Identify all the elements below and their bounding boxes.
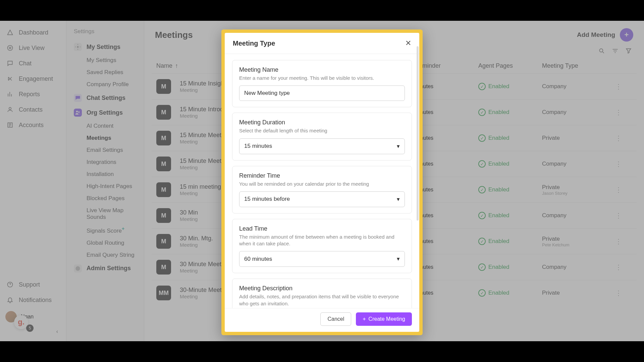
lead-time-select[interactable]: 60 minutes ▾ [239,251,405,267]
modal-title: Meeting Type [233,40,275,47]
meeting-duration-card: Meeting Duration Select the default leng… [232,113,412,160]
reminder-time-select[interactable]: 15 minutes before ▾ [239,191,405,207]
meeting-description-label: Meeting Description [239,285,405,292]
close-icon: ✕ [405,39,411,47]
chevron-down-icon: ▾ [397,255,400,262]
meeting-duration-select[interactable]: 15 minutes ▾ [239,138,405,154]
meeting-name-help: Enter a name for your meeting. This will… [239,75,405,81]
meeting-duration-label: Meeting Duration [239,119,405,126]
meeting-name-card: Meeting Name Enter a name for your meeti… [232,60,412,107]
lead-time-card: Lead Time The minimum amount of time bet… [232,219,412,274]
meeting-type-modal: Meeting Type ✕ Meeting Name Enter a name… [225,33,419,332]
modal-close-button[interactable]: ✕ [405,39,411,48]
meeting-duration-value: 15 minutes [244,143,272,149]
plus-icon: + [363,316,366,322]
meeting-name-input[interactable] [239,85,405,101]
meeting-duration-help: Select the default length of this meetin… [239,127,405,134]
create-meeting-button[interactable]: + Create Meeting [356,312,412,326]
create-meeting-label: Create Meeting [369,316,405,322]
meeting-description-card: Meeting Description Add details, notes, … [232,279,412,308]
modal-footer: Cancel + Create Meeting [225,308,419,332]
modal-header: Meeting Type ✕ [225,33,419,54]
reminder-time-value: 15 minutes before [244,196,290,202]
modal-body: Meeting Name Enter a name for your meeti… [225,54,419,308]
modal-highlight-frame: Meeting Type ✕ Meeting Name Enter a name… [221,29,423,335]
modal-overlay[interactable]: Meeting Type ✕ Meeting Name Enter a name… [0,21,644,341]
reminder-time-label: Reminder Time [239,172,405,179]
lead-time-label: Lead Time [239,225,405,232]
lead-time-value: 60 minutes [244,256,272,262]
meeting-name-label: Meeting Name [239,66,405,73]
reminder-time-help: You will be reminded on your calendar pr… [239,181,405,187]
cancel-button[interactable]: Cancel [320,312,351,326]
lead-time-help: The minimum amount of time between when … [239,234,405,247]
chevron-down-icon: ▾ [397,196,400,203]
meeting-description-help: Add details, notes, and preparation item… [239,293,405,307]
scrollbar[interactable] [417,54,419,221]
chevron-down-icon: ▾ [397,143,400,150]
reminder-time-card: Reminder Time You will be reminded on yo… [232,166,412,214]
